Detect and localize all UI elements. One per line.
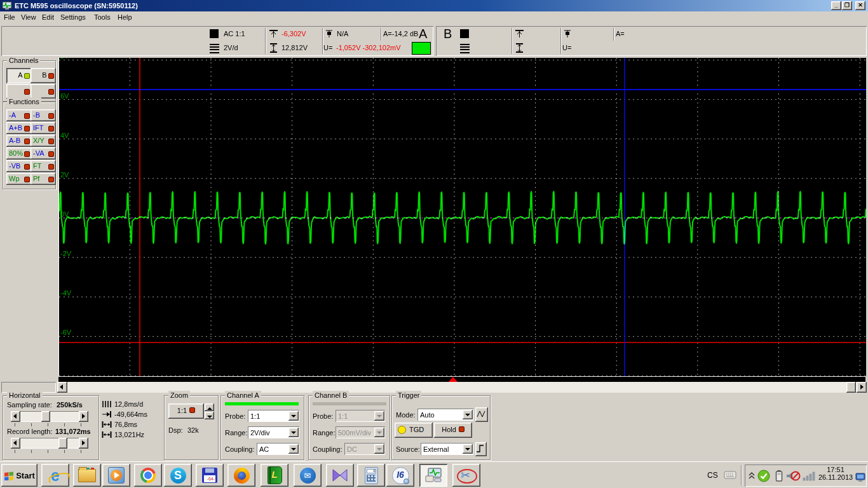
channel-a-probe-select[interactable]: 1:1 [248, 410, 299, 422]
trigger-slope-button[interactable] [475, 442, 487, 456]
channels-group-title: Channels [7, 56, 40, 65]
function-ift-button[interactable]: IFT [31, 122, 56, 134]
measurement-toolbar: AC 1:1 2V/d -6,302V 12,812V N/A U= -1,05… [0, 24, 868, 58]
taskbar-icon-thunderbird[interactable]: ✉ [294, 464, 322, 487]
tgd-led [398, 426, 406, 434]
system-tray: 17:51 26.11.2013 [745, 464, 867, 487]
trigger-source-select[interactable]: External [421, 443, 473, 455]
taskbar-icon-calculator[interactable]: 0 [357, 464, 385, 487]
channel-b-button[interactable]: B [31, 68, 56, 83]
trigger-hold-button[interactable]: Hold [434, 423, 472, 438]
function-minus-a-button[interactable]: -A [6, 109, 32, 121]
taskbar-icon-firefox[interactable] [227, 464, 255, 487]
network-signal-icon[interactable] [803, 471, 817, 481]
taskbar-icon-internet-explorer[interactable]: e [41, 464, 69, 487]
record-length-slider[interactable] [11, 438, 88, 449]
taskbar-icon-dictionary-l[interactable]: L [261, 464, 288, 487]
channel-b-settings-title: Channel B [313, 391, 349, 400]
zoom-ratio-button[interactable]: 1:1 [168, 403, 204, 419]
channel-b-aux-button[interactable] [31, 84, 56, 98]
svg-text:8V: 8V [60, 58, 69, 60]
menu-edit[interactable]: Edit [42, 13, 54, 21]
taskbar-icon-snipping-scissors[interactable]: ✂ [452, 464, 480, 487]
menu-file[interactable]: File [4, 13, 15, 21]
cursor-span-value: 12,812V [281, 44, 308, 51]
function-a-minus-b-button[interactable]: A-B [6, 135, 32, 147]
start-button[interactable]: Start [1, 464, 37, 487]
cursor-time-icon [102, 410, 112, 418]
channel-a-letter: A [419, 27, 427, 41]
level-top-icon [515, 29, 524, 38]
function-minus-vb-button[interactable]: -VB [6, 160, 32, 172]
menu-help[interactable]: Help [118, 13, 132, 21]
channel-b-color-bar [313, 402, 386, 405]
function-80pct-button[interactable]: 80% [6, 147, 32, 159]
channel-b-probe-select: 1:1 [336, 410, 385, 422]
dsp-label: Dsp: [168, 426, 183, 434]
close-button[interactable]: ✕ [855, 1, 865, 10]
gain-value: A= [616, 30, 625, 37]
zoom-group-title: Zoom [168, 391, 190, 400]
taskbar-icon-media-player[interactable] [102, 464, 130, 487]
taskbar-icon-kmplayer[interactable] [326, 464, 354, 487]
taskbar-icon-file-manager[interactable] [73, 464, 101, 487]
bowtie-icon [332, 468, 348, 482]
gain-value: A=-14,2 dB [383, 30, 418, 37]
record-length-slider-thumb[interactable] [58, 438, 67, 449]
channel-b-readout-panel: B U= A= [436, 26, 867, 56]
function-a-plus-b-button[interactable]: A+B [6, 122, 32, 134]
function-xy-button[interactable]: X/Y [31, 135, 56, 147]
taskbar-icon-skype[interactable]: S [164, 464, 192, 487]
zoom-spinner[interactable] [205, 403, 214, 419]
horizontal-group: Horizontal Sampling rate: 250kS/s Record… [3, 395, 99, 460]
functions-group-title: Functions [7, 97, 41, 106]
scope-display[interactable]: 8V6V4V2V0V-2V-4V-6V [58, 58, 866, 376]
probe-label: Probe: [313, 412, 333, 420]
menu-view[interactable]: View [21, 13, 36, 21]
minimize-button[interactable]: _ [831, 1, 841, 10]
channel-a-aux-button[interactable] [6, 84, 32, 98]
frequency-icon [102, 431, 112, 438]
function-minus-b-button[interactable]: -B [31, 109, 56, 121]
tgd-indicator-button[interactable]: TGD [395, 423, 433, 438]
menu-settings[interactable]: Settings [60, 13, 86, 21]
taskbar-icon-chrome[interactable] [134, 464, 162, 487]
u-label: U= [562, 44, 571, 51]
taskbar-icon-disk-64[interactable]: -64- [196, 464, 224, 487]
function-wp-button[interactable]: Wp [6, 173, 32, 185]
battery-icon[interactable] [775, 470, 783, 482]
scroll-left-button[interactable] [57, 382, 67, 393]
scroll-thumb[interactable] [846, 382, 856, 393]
menu-tools[interactable]: Tools [94, 13, 111, 21]
function-pf-button[interactable]: Pf [31, 173, 56, 185]
taskbar-icon-oscilloscope-app[interactable] [419, 464, 447, 487]
disk-label: -64- [204, 475, 215, 482]
sampling-rate-slider-thumb[interactable] [41, 411, 50, 422]
restore-button[interactable]: ❐ [842, 1, 852, 10]
range-label: Range: [313, 429, 335, 437]
scroll-right-button[interactable] [857, 382, 867, 393]
keyboard-icon[interactable] [724, 470, 736, 479]
show-desktop-icon[interactable] [855, 473, 865, 482]
channel-a-button[interactable]: A [6, 68, 32, 83]
taskbar-icon-i6-viewer[interactable]: I6 [386, 464, 414, 487]
channel-a-coupling-select[interactable]: AC [257, 443, 299, 455]
tray-clock[interactable]: 17:51 26.11.2013 [816, 466, 855, 481]
title-bar[interactable]: ETC M595 oscilloscope (SN:5950112) _ ❐ ✕ [0, 0, 868, 11]
antivirus-status-icon[interactable] [757, 470, 770, 482]
channel-a-color-bar [225, 402, 299, 405]
app-icon [2, 1, 12, 10]
keyboard-language-indicator[interactable]: CS [707, 471, 718, 480]
ie-orbit [48, 471, 71, 483]
function-minus-va-button[interactable]: -VA [31, 147, 56, 159]
record-length-value: 131,072ms [55, 428, 91, 435]
function-ft-button[interactable]: FT [31, 160, 56, 172]
trigger-options-button[interactable] [475, 407, 488, 422]
channel-a-range-select[interactable]: 2V/div [248, 426, 299, 438]
zoom-up-button[interactable] [205, 403, 214, 411]
sampling-rate-slider[interactable] [11, 411, 88, 422]
tray-expand-chevron-icon[interactable] [748, 471, 756, 480]
volume-muted-icon[interactable] [785, 470, 801, 482]
trigger-mode-select[interactable]: Auto [417, 409, 473, 421]
zoom-down-button[interactable] [205, 412, 214, 419]
